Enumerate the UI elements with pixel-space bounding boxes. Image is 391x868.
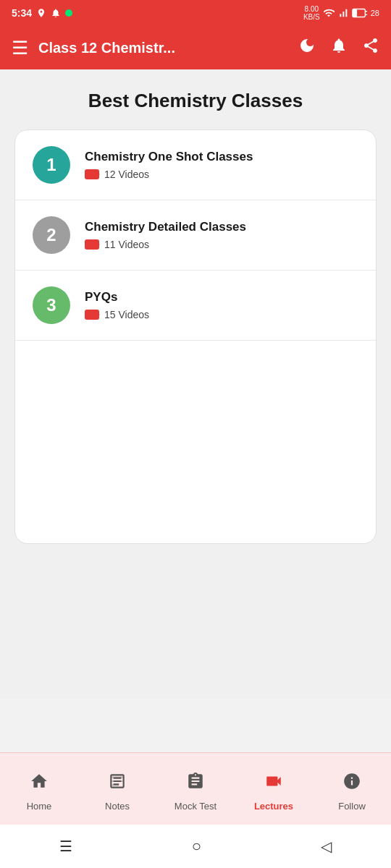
notifications-icon[interactable]: [330, 37, 348, 59]
theme-toggle-icon[interactable]: [298, 37, 316, 59]
svg-rect-1: [353, 9, 357, 16]
sys-home-btn[interactable]: ○: [192, 837, 201, 856]
status-dot: [65, 9, 72, 17]
lectures-icon-wrap: [256, 766, 291, 796]
gps-icon: [36, 8, 46, 18]
home-icon: [30, 772, 49, 791]
bell-status-icon: [51, 8, 61, 18]
top-bar: ☰ Class 12 Chemistr...: [0, 26, 391, 69]
notes-icon-wrap: [100, 766, 135, 796]
menu-icon[interactable]: ☰: [12, 37, 28, 59]
item-number-3: 3: [33, 286, 70, 324]
home-icon-wrap: [22, 766, 56, 796]
data-speed: 8.00KB/S: [303, 5, 320, 21]
battery-pct: 28: [371, 9, 379, 17]
list-item-3[interactable]: 3 PYQs 15 Videos: [15, 271, 376, 341]
sys-menu-btn[interactable]: ☰: [59, 838, 72, 855]
follow-icon-wrap: [335, 766, 369, 796]
courses-card: 1 Chemistry One Shot Classes 12 Videos 2…: [14, 129, 377, 544]
video-icon-3: [85, 310, 99, 320]
status-right: 8.00KB/S 28: [303, 5, 379, 21]
item-number-2: 2: [33, 216, 70, 254]
status-bar: 5:34 8.00KB/S 28: [0, 0, 391, 26]
mocktest-label: Mock Test: [175, 801, 216, 812]
nav-lectures[interactable]: Lectures: [235, 766, 313, 812]
empty-space: [15, 341, 376, 543]
battery-icon: [352, 8, 368, 18]
follow-label: Follow: [338, 801, 366, 812]
bottom-nav: Home Notes Mock Test Lectures: [0, 752, 391, 825]
lectures-icon: [264, 772, 283, 791]
item-info-1: Chemistry One Shot Classes 12 Videos: [85, 150, 253, 180]
item-meta-3: 15 Videos: [85, 309, 149, 320]
nav-mocktest[interactable]: Mock Test: [156, 766, 235, 812]
notes-label: Notes: [105, 801, 130, 812]
item-info-2: Chemistry Detailed Classes 11 Videos: [85, 220, 246, 250]
info-icon: [342, 772, 361, 791]
video-icon-2: [85, 239, 99, 250]
wifi-icon: [323, 7, 335, 19]
item-meta-2: 11 Videos: [85, 239, 246, 250]
status-left: 5:34: [12, 7, 72, 19]
nav-home[interactable]: Home: [0, 766, 78, 812]
video-icon-1: [85, 169, 99, 179]
list-item-2[interactable]: 2 Chemistry Detailed Classes 11 Videos: [15, 200, 376, 271]
video-count-1: 12 Videos: [104, 169, 149, 180]
item-number-1: 1: [33, 146, 70, 184]
mocktest-icon-wrap: [178, 766, 213, 796]
home-label: Home: [27, 801, 52, 812]
top-bar-icons: [298, 37, 379, 59]
item-title-1: Chemistry One Shot Classes: [85, 150, 253, 164]
notes-icon: [108, 772, 127, 791]
item-title-2: Chemistry Detailed Classes: [85, 220, 246, 234]
main-content: Best Chemistry Classes 1 Chemistry One S…: [0, 69, 391, 699]
item-info-3: PYQs 15 Videos: [85, 290, 149, 320]
list-item[interactable]: 1 Chemistry One Shot Classes 12 Videos: [15, 130, 376, 200]
signal-icon: [337, 7, 349, 19]
page-title: Best Chemistry Classes: [14, 90, 377, 112]
item-meta-1: 12 Videos: [85, 169, 253, 180]
system-nav: ☰ ○ ◁: [0, 825, 391, 868]
share-icon[interactable]: [362, 37, 379, 59]
sys-back-btn[interactable]: ◁: [321, 838, 332, 855]
video-count-2: 11 Videos: [104, 239, 149, 250]
app-title: Class 12 Chemistr...: [38, 40, 288, 56]
video-count-3: 15 Videos: [104, 309, 149, 320]
nav-notes[interactable]: Notes: [78, 766, 156, 812]
nav-follow[interactable]: Follow: [313, 766, 391, 812]
clipboard-icon: [186, 772, 205, 791]
item-title-3: PYQs: [85, 290, 149, 305]
lectures-label: Lectures: [254, 801, 293, 812]
status-time: 5:34: [12, 7, 32, 19]
